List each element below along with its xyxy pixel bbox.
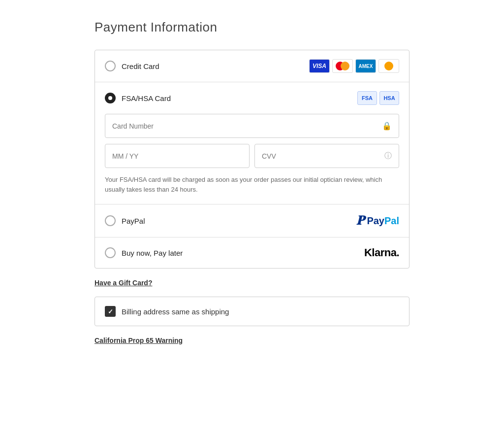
expiry-field[interactable]	[105, 144, 250, 168]
fsa-hsa-radio[interactable]	[105, 93, 116, 103]
paypal-option-left: PayPal	[105, 215, 145, 226]
cvv-field[interactable]: ⓘ	[254, 144, 399, 168]
payment-container: Payment Information Credit Card VISA AME…	[94, 20, 410, 345]
paypal-dark-text: Pay	[367, 215, 384, 226]
page-title: Payment Information	[94, 20, 410, 35]
card-number-input[interactable]	[112, 122, 382, 130]
credit-card-radio[interactable]	[105, 61, 116, 71]
bnpl-option[interactable]: Buy now, Pay later Klarna.	[95, 237, 409, 268]
paypal-radio[interactable]	[105, 215, 116, 226]
bnpl-option-left: Buy now, Pay later	[105, 247, 183, 258]
credit-card-label: Credit Card	[122, 62, 159, 70]
payment-options-box: Credit Card VISA AMEX FSA/HS	[94, 50, 410, 269]
credit-card-logos: VISA AMEX	[309, 59, 399, 73]
credit-card-option-left: Credit Card	[105, 61, 159, 71]
visa-logo: VISA	[309, 59, 330, 73]
prop65-link[interactable]: California Prop 65 Warning	[94, 337, 183, 344]
card-number-field[interactable]: 🔒	[105, 114, 399, 138]
fsa-expanded-fields: 🔒 ⓘ Your FSA/HSA card will be charged as…	[95, 114, 409, 204]
mc-circles	[336, 62, 349, 70]
paypal-p-icon: 𝐏	[356, 213, 364, 228]
paypal-label: PayPal	[122, 217, 145, 225]
expiry-cvv-row: ⓘ	[105, 144, 399, 168]
fsa-logo: FSA	[357, 91, 377, 105]
klarna-logo: Klarna.	[364, 246, 399, 259]
fsa-hsa-option-left: FSA/HSA Card	[105, 93, 171, 103]
cvv-help-icon[interactable]: ⓘ	[384, 151, 392, 161]
billing-address-box[interactable]: Billing address same as shipping	[94, 297, 410, 326]
amex-logo: AMEX	[355, 59, 376, 73]
fsa-hsa-logos: FSA HSA	[357, 91, 399, 105]
credit-card-option[interactable]: Credit Card VISA AMEX	[95, 50, 409, 82]
gift-card-link[interactable]: Have a Gift Card?	[94, 279, 152, 287]
paypal-text: PayPal	[367, 215, 399, 227]
discover-logo	[378, 59, 399, 73]
hsa-logo: HSA	[379, 91, 399, 105]
expiry-input[interactable]	[112, 152, 242, 160]
fsa-hsa-label: FSA/HSA Card	[122, 94, 171, 102]
paypal-light-text: Pal	[384, 215, 399, 226]
bnpl-radio[interactable]	[105, 247, 116, 258]
lock-icon: 🔒	[382, 121, 392, 131]
mc-orange-circle	[341, 62, 349, 70]
klarna-text: Klarna.	[364, 246, 399, 259]
fsa-note: Your FSA/HSA card will be charged as soo…	[105, 175, 399, 194]
billing-checkbox[interactable]	[105, 306, 116, 317]
discover-dot	[384, 62, 393, 70]
billing-label: Billing address same as shipping	[122, 307, 229, 316]
bnpl-label: Buy now, Pay later	[122, 249, 183, 257]
paypal-option[interactable]: PayPal 𝐏 PayPal	[95, 204, 409, 237]
cvv-input[interactable]	[262, 152, 384, 160]
mastercard-logo	[332, 59, 353, 73]
fsa-hsa-option[interactable]: FSA/HSA Card FSA HSA	[95, 82, 409, 114]
paypal-logo: 𝐏 PayPal	[356, 213, 399, 228]
